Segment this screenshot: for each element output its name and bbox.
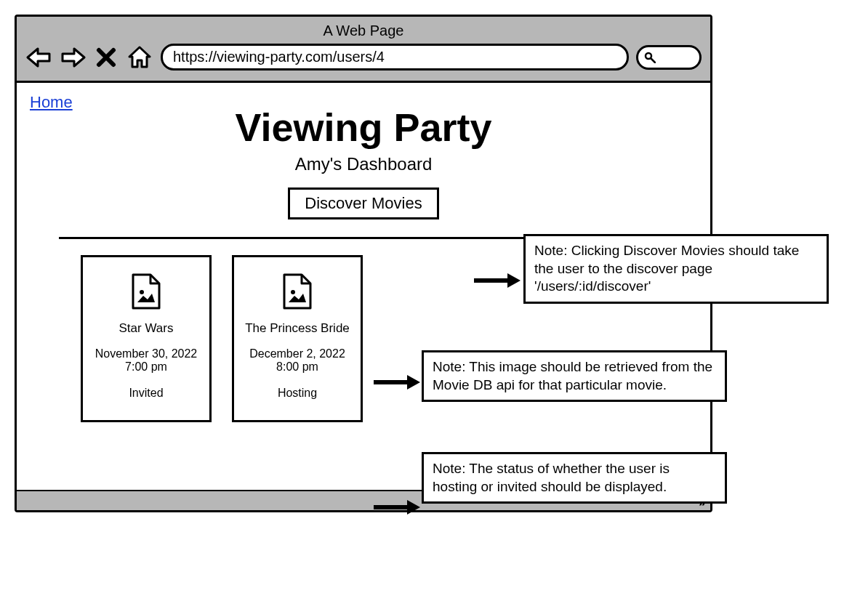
card-status: Hosting (278, 387, 317, 400)
arrow-icon (371, 499, 422, 516)
stop-icon[interactable] (92, 45, 120, 70)
page-title: Viewing Party (30, 105, 697, 150)
home-link[interactable]: Home (30, 93, 73, 111)
card-time: 8:00 pm (276, 360, 318, 374)
party-card[interactable]: The Princess Bride December 2, 2022 8:00… (232, 255, 363, 422)
search-icon (644, 52, 656, 63)
card-date: December 2, 2022 (249, 347, 345, 360)
annotation-note: Note: This image should be retrieved fro… (422, 350, 727, 402)
search-pill[interactable] (636, 45, 702, 70)
image-placeholder-icon (130, 272, 162, 314)
annotation-note: Note: The status of whether the user is … (422, 452, 727, 504)
svg-point-0 (646, 53, 651, 59)
svg-point-3 (291, 290, 295, 294)
forward-icon[interactable] (59, 45, 87, 70)
arrow-icon (471, 272, 522, 289)
card-title: Star Wars (119, 321, 174, 336)
image-placeholder-icon (281, 272, 313, 314)
party-card[interactable]: Star Wars November 30, 2022 7:00 pm Invi… (81, 255, 212, 422)
url-bar[interactable] (161, 44, 629, 70)
browser-chrome: A Web Page (17, 17, 710, 83)
home-icon[interactable] (126, 45, 153, 70)
discover-movies-button[interactable]: Discover Movies (288, 187, 438, 219)
card-status: Invited (129, 387, 163, 400)
arrow-icon (371, 374, 422, 391)
annotation-note: Note: Clicking Discover Movies should ta… (523, 234, 829, 304)
page-subtitle: Amy's Dashboard (30, 154, 697, 174)
card-date: November 30, 2022 (95, 347, 198, 360)
card-time: 7:00 pm (125, 360, 167, 374)
svg-point-2 (140, 290, 144, 294)
svg-line-1 (651, 59, 655, 62)
window-title: A Web Page (25, 21, 702, 44)
card-title: The Princess Bride (245, 321, 350, 336)
back-icon[interactable] (25, 45, 53, 70)
